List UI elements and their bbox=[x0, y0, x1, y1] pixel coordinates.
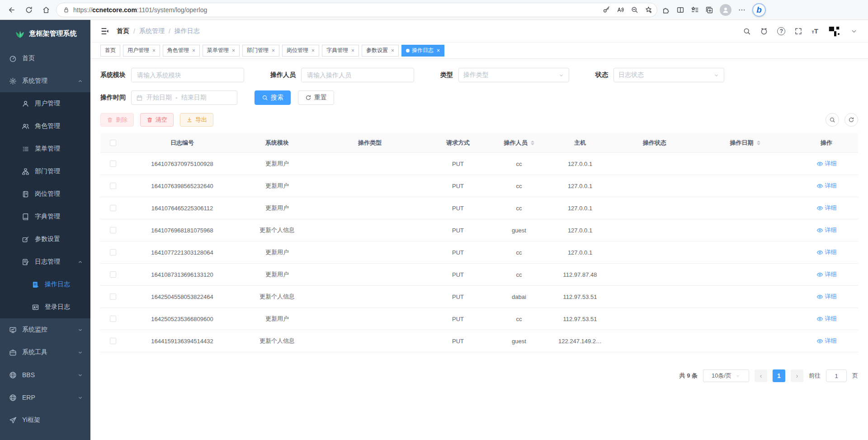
row-checkbox[interactable] bbox=[110, 271, 116, 278]
row-checkbox[interactable] bbox=[110, 227, 116, 233]
breadcrumb-home[interactable]: 首页 bbox=[117, 27, 129, 35]
row-checkbox[interactable] bbox=[110, 183, 116, 189]
header-search-icon[interactable] bbox=[743, 27, 751, 35]
detail-link[interactable]: 详细 bbox=[816, 182, 837, 190]
sidebar-item-erp[interactable]: ERP bbox=[0, 386, 90, 409]
sidebar-item-dicts[interactable]: 字典管理 bbox=[0, 205, 90, 228]
delete-button[interactable]: 删除 bbox=[100, 113, 134, 127]
toggle-search-button[interactable] bbox=[826, 113, 839, 127]
browser-back-button[interactable] bbox=[5, 3, 19, 17]
split-screen-icon[interactable] bbox=[676, 6, 684, 14]
collections-icon[interactable] bbox=[705, 6, 713, 14]
sidebar-item-yi[interactable]: Yi框架 bbox=[0, 409, 90, 431]
github-icon[interactable] bbox=[760, 27, 768, 35]
refresh-table-button[interactable] bbox=[844, 113, 858, 127]
sidebar-item-bbs[interactable]: BBS bbox=[0, 364, 90, 386]
tab-close-icon[interactable]: × bbox=[391, 47, 394, 54]
sidebar-item-menus[interactable]: 菜单管理 bbox=[0, 137, 90, 160]
sidebar-item-users[interactable]: 用户管理 bbox=[0, 92, 90, 115]
type-select[interactable]: 操作类型 bbox=[458, 68, 569, 82]
page-number-1[interactable]: 1 bbox=[773, 369, 785, 382]
tab-close-icon[interactable]: × bbox=[232, 47, 235, 54]
bing-chat-icon[interactable]: b bbox=[752, 3, 766, 17]
date-range-picker[interactable]: 开始日期 - 结束日期 bbox=[131, 90, 237, 105]
add-favorite-icon[interactable] bbox=[645, 6, 652, 14]
detail-link[interactable]: 详细 bbox=[816, 248, 837, 256]
app-logo[interactable]: 意框架管理系统 bbox=[0, 20, 90, 47]
browser-home-button[interactable] bbox=[39, 3, 53, 17]
clear-button[interactable]: 清空 bbox=[140, 113, 174, 127]
sort-carets-icon[interactable] bbox=[757, 141, 760, 145]
row-checkbox[interactable] bbox=[110, 205, 116, 211]
tab-close-icon[interactable]: × bbox=[272, 47, 275, 54]
sidebar-item-tools[interactable]: 系统工具 bbox=[0, 341, 90, 364]
tab-close-icon[interactable]: × bbox=[351, 47, 354, 54]
zoom-out-icon[interactable] bbox=[631, 6, 638, 14]
font-size-icon[interactable]: тT bbox=[811, 27, 818, 35]
select-all-checkbox[interactable] bbox=[110, 140, 116, 146]
tag-tab-0[interactable]: 首页 bbox=[100, 45, 120, 57]
detail-link[interactable]: 详细 bbox=[816, 293, 837, 301]
tag-tab-7[interactable]: 参数设置 × bbox=[362, 45, 399, 57]
col-header-select bbox=[100, 140, 126, 146]
detail-link[interactable]: 详细 bbox=[816, 226, 837, 234]
reset-button[interactable]: 重置 bbox=[298, 90, 334, 105]
avatar-caret-icon[interactable] bbox=[850, 27, 858, 35]
tag-tab-3[interactable]: 菜单管理 × bbox=[203, 45, 240, 57]
tag-tab-4[interactable]: 部门管理 × bbox=[242, 45, 279, 57]
password-key-icon[interactable] bbox=[603, 6, 610, 14]
export-button[interactable]: 导出 bbox=[180, 113, 213, 127]
read-aloud-icon[interactable] bbox=[617, 6, 624, 14]
prev-page-button[interactable]: ‹ bbox=[755, 369, 767, 382]
detail-link[interactable]: 详细 bbox=[816, 160, 837, 168]
sidebar-item-params[interactable]: 参数设置 bbox=[0, 228, 90, 251]
row-checkbox[interactable] bbox=[110, 161, 116, 167]
sidebar-item-operlog[interactable]: 操作日志 bbox=[0, 273, 90, 296]
tab-close-icon[interactable]: × bbox=[311, 47, 315, 54]
detail-link[interactable]: 详细 bbox=[816, 204, 837, 212]
user-avatar-logo[interactable] bbox=[827, 24, 841, 38]
tag-tab-5[interactable]: 岗位管理 × bbox=[282, 45, 319, 57]
sidebar-item-logs[interactable]: 日志管理 bbox=[0, 251, 90, 273]
tag-tab-2[interactable]: 角色管理 × bbox=[163, 45, 200, 57]
help-icon[interactable]: ? bbox=[777, 27, 785, 35]
browser-profile-avatar[interactable] bbox=[720, 4, 731, 16]
user-icon bbox=[22, 100, 29, 108]
row-checkbox[interactable] bbox=[110, 338, 116, 344]
sidebar-item-home[interactable]: 首页 bbox=[0, 47, 90, 70]
status-select[interactable]: 日志状态 bbox=[613, 68, 724, 82]
sort-carets-icon[interactable] bbox=[531, 141, 534, 145]
fullscreen-icon[interactable] bbox=[794, 27, 802, 35]
sidebar-item-roles[interactable]: 角色管理 bbox=[0, 115, 90, 137]
address-bar[interactable]: https://ccnetcore.com:1101/system/log/op… bbox=[56, 3, 657, 17]
search-button[interactable]: 搜索 bbox=[255, 90, 291, 105]
sidebar-collapse-icon[interactable] bbox=[100, 27, 109, 36]
page-size-select[interactable]: 10条/页 bbox=[703, 369, 749, 382]
detail-link[interactable]: 详细 bbox=[816, 337, 837, 345]
detail-link[interactable]: 详细 bbox=[816, 270, 837, 279]
browser-refresh-button[interactable] bbox=[22, 3, 36, 17]
module-input[interactable] bbox=[131, 68, 244, 82]
goto-page-input[interactable] bbox=[826, 369, 847, 382]
sidebar-item-depts[interactable]: 部门管理 bbox=[0, 160, 90, 183]
sidebar-item-loginlog[interactable]: 登录日志 bbox=[0, 296, 90, 318]
row-checkbox[interactable] bbox=[110, 293, 116, 300]
tag-tab-1[interactable]: 用户管理 × bbox=[123, 45, 160, 57]
sidebar-item-system[interactable]: 系统管理 bbox=[0, 70, 90, 92]
sidebar-item-posts[interactable]: 岗位管理 bbox=[0, 183, 90, 205]
next-page-button[interactable]: › bbox=[791, 369, 803, 382]
row-checkbox[interactable] bbox=[110, 249, 116, 255]
favorites-bar-icon[interactable] bbox=[691, 6, 699, 14]
tab-close-icon[interactable]: × bbox=[437, 47, 440, 54]
breadcrumb-system[interactable]: 系统管理 bbox=[139, 27, 165, 35]
browser-menu-icon[interactable] bbox=[738, 6, 746, 14]
tag-tab-8[interactable]: 操作日志 × bbox=[401, 45, 444, 57]
tab-close-icon[interactable]: × bbox=[192, 47, 195, 54]
operator-input[interactable] bbox=[301, 68, 414, 82]
tab-close-icon[interactable]: × bbox=[152, 47, 156, 54]
tag-tab-6[interactable]: 字典管理 × bbox=[322, 45, 359, 57]
row-checkbox[interactable] bbox=[110, 316, 116, 322]
sidebar-item-monitor[interactable]: 系统监控 bbox=[0, 318, 90, 341]
detail-link[interactable]: 详细 bbox=[816, 315, 837, 323]
extensions-icon[interactable] bbox=[662, 6, 670, 14]
